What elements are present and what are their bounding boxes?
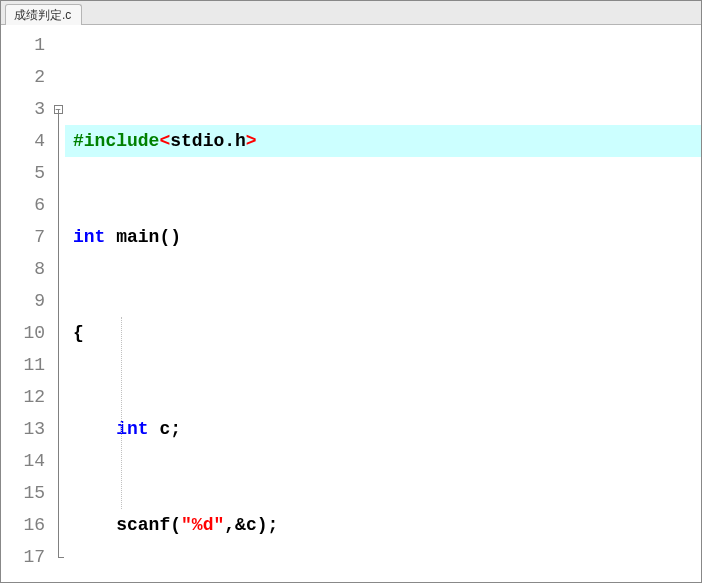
code-area[interactable]: #include<stdio.h> int main() { int c; sc… (65, 25, 701, 582)
code-line[interactable]: int main() (73, 221, 701, 253)
line-number[interactable]: 9 (1, 285, 51, 317)
line-number[interactable]: 16 (1, 509, 51, 541)
fold-column: − (51, 25, 65, 582)
line-number[interactable]: 14 (1, 445, 51, 477)
line-number[interactable]: 5 (1, 157, 51, 189)
file-tab[interactable]: 成绩判定.c (5, 4, 82, 25)
line-number[interactable]: 11 (1, 349, 51, 381)
line-number[interactable]: 7 (1, 221, 51, 253)
line-number-gutter: 1 2 3 4 5 6 7 8 9 10 11 12 13 14 15 16 1… (1, 25, 51, 582)
line-number[interactable]: 12 (1, 381, 51, 413)
line-number[interactable]: 15 (1, 477, 51, 509)
line-number[interactable]: 17 (1, 541, 51, 573)
indent-guide-icon (121, 317, 122, 509)
fold-end-icon (58, 557, 64, 558)
code-line[interactable]: #include<stdio.h> (65, 125, 701, 157)
code-line[interactable]: { (73, 317, 701, 349)
editor: 1 2 3 4 5 6 7 8 9 10 11 12 13 14 15 16 1… (1, 25, 701, 582)
line-number[interactable]: 1 (1, 29, 51, 61)
line-number[interactable]: 10 (1, 317, 51, 349)
line-number[interactable]: 8 (1, 253, 51, 285)
line-number[interactable]: 4 (1, 125, 51, 157)
line-number[interactable]: 13 (1, 413, 51, 445)
line-number[interactable]: 2 (1, 61, 51, 93)
line-number[interactable]: 6 (1, 189, 51, 221)
line-number[interactable]: 3 (1, 93, 51, 125)
code-line[interactable]: int c; (73, 413, 701, 445)
code-line[interactable]: scanf("%d",&c); (73, 509, 701, 541)
tab-bar: 成绩判定.c (1, 1, 701, 25)
